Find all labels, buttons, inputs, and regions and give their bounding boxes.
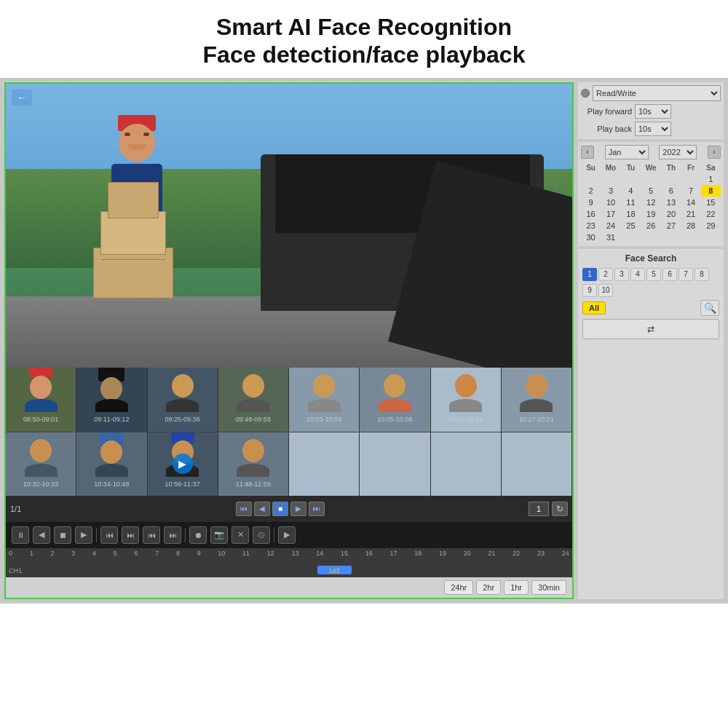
thumb-7[interactable]: 10:15-10:16 bbox=[431, 368, 502, 432]
slow-rev-button[interactable]: ⏭ bbox=[122, 526, 139, 544]
face-num-9[interactable]: 9 bbox=[582, 284, 597, 297]
rw-dropdown[interactable]: Read/Write bbox=[593, 85, 721, 101]
snapshot-button[interactable]: 📷 bbox=[210, 526, 228, 544]
face-search-all-button[interactable]: All bbox=[582, 301, 606, 314]
face-num-6[interactable]: 6 bbox=[662, 268, 677, 281]
rewind-button[interactable]: ◀ bbox=[33, 526, 50, 544]
play-button[interactable]: ▶ bbox=[75, 526, 92, 544]
nav-current-button[interactable]: ■ bbox=[272, 502, 288, 516]
record-button[interactable]: ⏺ bbox=[189, 526, 207, 544]
timeline[interactable]: 0 1 2 3 4 5 6 7 8 9 10 11 12 13 14 15 16… bbox=[6, 548, 572, 577]
page-number-input[interactable] bbox=[529, 502, 549, 516]
cal-day[interactable]: 12 bbox=[641, 197, 661, 208]
cal-day[interactable] bbox=[661, 232, 681, 243]
cal-day[interactable] bbox=[621, 173, 641, 185]
nav-first-button[interactable]: ⏮ bbox=[236, 502, 252, 516]
thumb-5[interactable]: 10:03-10:04 bbox=[289, 368, 360, 432]
thumb-12[interactable]: 11:48-11:55 bbox=[218, 432, 289, 496]
cal-day[interactable]: 20 bbox=[661, 208, 681, 220]
cal-day[interactable]: 14 bbox=[681, 197, 701, 208]
cal-day[interactable]: 19 bbox=[641, 208, 661, 220]
face-settings-button[interactable]: ⇄ bbox=[582, 319, 719, 339]
face-search-button[interactable]: 🔍 bbox=[700, 300, 719, 316]
thumb-3[interactable]: 09:25-09:36 bbox=[148, 368, 218, 432]
play-forward-select[interactable]: 10s bbox=[635, 104, 671, 119]
frame-next-button[interactable]: ⏭ bbox=[164, 526, 181, 544]
cal-day[interactable]: 23 bbox=[581, 220, 601, 232]
play-overlay[interactable]: ▶ bbox=[173, 454, 193, 474]
cal-day[interactable] bbox=[701, 232, 721, 243]
cal-day[interactable]: 17 bbox=[601, 208, 621, 220]
nav-last-button[interactable]: ⏭ bbox=[309, 502, 325, 516]
thumb-6[interactable]: 10:05-10:08 bbox=[360, 368, 430, 432]
thumb-1[interactable]: 08:50-09:01 bbox=[6, 368, 76, 432]
1hr-button[interactable]: 1hr bbox=[504, 580, 529, 595]
face-num-10[interactable]: 10 bbox=[598, 284, 613, 297]
thumb-8[interactable]: 10:17-10:21 bbox=[502, 368, 572, 432]
play-back-select[interactable]: 10s bbox=[635, 122, 671, 136]
cal-day[interactable] bbox=[641, 232, 661, 243]
cal-day[interactable] bbox=[661, 173, 681, 185]
refresh-button[interactable]: ↻ bbox=[552, 502, 568, 516]
cal-day[interactable]: 15 bbox=[701, 197, 721, 208]
cal-day[interactable]: 27 bbox=[661, 220, 681, 232]
thumb-2[interactable]: 09:11-09:12 bbox=[76, 368, 147, 432]
thumb-4[interactable]: 09:48-09:55 bbox=[218, 368, 289, 432]
30min-button[interactable]: 30min bbox=[531, 580, 566, 595]
24hr-button[interactable]: 24hr bbox=[444, 580, 473, 595]
cal-day[interactable]: 3 bbox=[601, 185, 621, 197]
cal-day[interactable]: 16 bbox=[581, 208, 601, 220]
cal-day[interactable]: 30 bbox=[581, 232, 601, 243]
frame-prev-button[interactable]: ⏮ bbox=[143, 526, 160, 544]
thumb-10[interactable]: 10:34-10:48 bbox=[76, 432, 147, 496]
cal-day[interactable]: 6 bbox=[661, 185, 681, 197]
cal-day[interactable]: 9 bbox=[581, 197, 601, 208]
cal-day[interactable]: 22 bbox=[701, 208, 721, 220]
cal-day[interactable]: 21 bbox=[681, 208, 701, 220]
cal-day[interactable]: 5 bbox=[641, 185, 661, 197]
cal-day[interactable]: 29 bbox=[701, 220, 721, 232]
face-num-4[interactable]: 4 bbox=[630, 268, 645, 281]
cal-day[interactable] bbox=[621, 232, 641, 243]
nav-next-button[interactable]: ▶ bbox=[290, 502, 306, 516]
face-num-8[interactable]: 8 bbox=[695, 268, 709, 281]
face-num-5[interactable]: 5 bbox=[646, 268, 661, 281]
cal-year-select[interactable]: 2022 bbox=[659, 145, 697, 159]
cal-next-button[interactable]: › bbox=[708, 146, 721, 159]
pause-button[interactable]: ⏸ bbox=[12, 526, 29, 544]
thumb-11[interactable]: ▶ 10:56-11:37 bbox=[148, 432, 218, 496]
zoom-button[interactable]: ✕ bbox=[232, 526, 249, 544]
cal-day[interactable]: 2 bbox=[581, 185, 601, 197]
2hr-button[interactable]: 2hr bbox=[476, 580, 501, 595]
face-num-2[interactable]: 2 bbox=[598, 268, 613, 281]
face-num-1[interactable]: 1 bbox=[582, 268, 597, 281]
nav-prev-button[interactable]: ◀ bbox=[254, 502, 270, 516]
timer-button[interactable]: ⏲ bbox=[253, 526, 270, 544]
back-button[interactable]: ← bbox=[12, 90, 32, 106]
cal-day[interactable]: 1 bbox=[701, 173, 721, 185]
face-num-7[interactable]: 7 bbox=[678, 268, 693, 281]
audio-button[interactable]: ▶ bbox=[278, 526, 296, 544]
cal-day[interactable]: 13 bbox=[661, 197, 681, 208]
cal-day[interactable]: 31 bbox=[601, 232, 621, 243]
cal-day[interactable] bbox=[681, 232, 701, 243]
cal-prev-button[interactable]: ‹ bbox=[581, 146, 594, 159]
cal-day[interactable] bbox=[601, 173, 621, 185]
cal-day[interactable]: 24 bbox=[601, 220, 621, 232]
cal-day[interactable]: 11 bbox=[621, 197, 641, 208]
cal-day[interactable]: 7 bbox=[681, 185, 701, 197]
cal-day[interactable] bbox=[681, 173, 701, 185]
cal-month-select[interactable]: Jan bbox=[605, 145, 649, 159]
cal-day[interactable]: 10 bbox=[601, 197, 621, 208]
stop-button[interactable]: ⏹ bbox=[54, 526, 71, 544]
cal-day[interactable]: 4 bbox=[621, 185, 641, 197]
cal-day-highlighted[interactable]: 8 bbox=[701, 185, 721, 197]
cal-day[interactable]: 28 bbox=[681, 220, 701, 232]
cal-day[interactable]: 26 bbox=[641, 220, 661, 232]
skip-prev-button[interactable]: ⏮ bbox=[100, 526, 118, 544]
cal-day[interactable]: 25 bbox=[621, 220, 641, 232]
cal-day[interactable]: 18 bbox=[621, 208, 641, 220]
cal-day[interactable] bbox=[641, 173, 661, 185]
cal-day[interactable] bbox=[581, 173, 601, 185]
face-num-3[interactable]: 3 bbox=[614, 268, 629, 281]
